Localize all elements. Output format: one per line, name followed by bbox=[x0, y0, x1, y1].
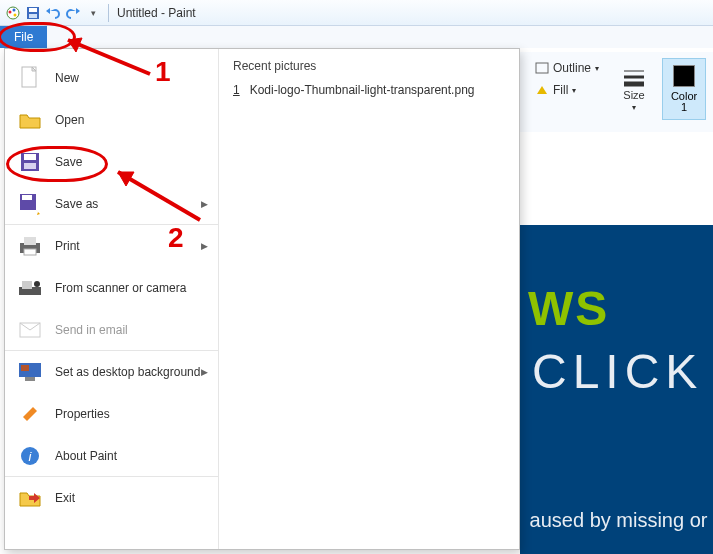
properties-icon bbox=[17, 401, 43, 427]
banner-text-click: CLICK bbox=[532, 344, 713, 399]
svg-rect-25 bbox=[25, 377, 35, 381]
banner-text-missing: aused by missing or c bbox=[530, 509, 713, 532]
submenu-arrow-icon: ▶ bbox=[201, 241, 208, 251]
menu-item-send-email: Send in email bbox=[5, 309, 218, 351]
undo-icon[interactable] bbox=[44, 4, 62, 22]
svg-point-2 bbox=[13, 8, 16, 11]
menu-item-open[interactable]: Open bbox=[5, 99, 218, 141]
svg-rect-16 bbox=[22, 195, 32, 200]
svg-rect-7 bbox=[536, 63, 548, 73]
size-label: Size bbox=[623, 89, 644, 101]
window-title: Untitled - Paint bbox=[115, 6, 196, 20]
menu-item-properties[interactable]: Properties bbox=[5, 393, 218, 435]
svg-point-0 bbox=[7, 7, 19, 19]
redo-icon[interactable] bbox=[64, 4, 82, 22]
quick-access-toolbar: ▾ bbox=[0, 4, 102, 22]
menu-item-scanner[interactable]: From scanner or camera bbox=[5, 267, 218, 309]
recent-panel: Recent pictures 1 Kodi-logo-Thumbnail-li… bbox=[219, 49, 519, 549]
menu-item-about[interactable]: i About Paint bbox=[5, 435, 218, 477]
chevron-down-icon: ▾ bbox=[572, 86, 576, 95]
fill-label: Fill bbox=[553, 83, 568, 97]
save-icon[interactable] bbox=[24, 4, 42, 22]
title-bar: ▾ Untitled - Paint bbox=[0, 0, 713, 26]
info-icon: i bbox=[17, 443, 43, 469]
submenu-arrow-icon: ▶ bbox=[201, 367, 208, 377]
size-button[interactable]: Size ▾ bbox=[612, 58, 656, 120]
size-icon bbox=[622, 67, 646, 87]
outline-label: Outline bbox=[553, 61, 591, 75]
annotation-arrow-1 bbox=[50, 32, 160, 82]
chevron-down-icon: ▾ bbox=[595, 64, 599, 73]
scanner-icon bbox=[17, 275, 43, 301]
ribbon-fragment: Outline ▾ Fill ▾ Size ▾ Color 1 bbox=[520, 52, 713, 132]
svg-rect-5 bbox=[29, 8, 37, 12]
menu-label: Open bbox=[55, 113, 84, 127]
fill-button[interactable]: Fill ▾ bbox=[528, 80, 606, 100]
menu-label: Send in email bbox=[55, 323, 128, 337]
color-swatch bbox=[673, 65, 695, 87]
banner-text-ws: WS bbox=[528, 281, 713, 336]
save-as-icon bbox=[17, 191, 43, 217]
recent-item[interactable]: 1 Kodi-logo-Thumbnail-light-transparent.… bbox=[233, 83, 505, 97]
menu-item-exit[interactable]: Exit bbox=[5, 477, 218, 519]
svg-point-1 bbox=[9, 10, 12, 13]
customize-qat-icon[interactable]: ▾ bbox=[84, 4, 102, 22]
svg-line-29 bbox=[68, 40, 150, 74]
recent-title: Recent pictures bbox=[233, 59, 505, 73]
annotation-circle-save bbox=[6, 146, 108, 182]
menu-label: Set as desktop background bbox=[55, 365, 200, 379]
menu-label: About Paint bbox=[55, 449, 117, 463]
chevron-down-icon: ▾ bbox=[632, 103, 636, 112]
outline-button[interactable]: Outline ▾ bbox=[528, 58, 606, 78]
svg-rect-21 bbox=[22, 281, 32, 289]
banner-graphic: WS CLICK aused by missing or c bbox=[520, 225, 713, 554]
open-icon bbox=[17, 107, 43, 133]
svg-rect-18 bbox=[24, 237, 36, 245]
fill-icon bbox=[535, 84, 549, 96]
recent-item-number: 1 bbox=[233, 83, 240, 97]
print-icon bbox=[17, 233, 43, 259]
recent-item-name: Kodi-logo-Thumbnail-light-transparent.pn… bbox=[250, 83, 475, 97]
file-menu-items: New Open Save Save as ▶ Print ▶ From sca… bbox=[5, 49, 219, 549]
menu-item-desktop-bg[interactable]: Set as desktop background ▶ bbox=[5, 351, 218, 393]
svg-point-22 bbox=[34, 281, 40, 287]
desktop-icon bbox=[17, 359, 43, 385]
outline-icon bbox=[535, 62, 549, 74]
email-icon bbox=[17, 317, 43, 343]
annotation-arrow-2 bbox=[100, 160, 210, 240]
new-icon bbox=[17, 65, 43, 91]
paint-app-icon bbox=[4, 4, 22, 22]
exit-icon bbox=[17, 485, 43, 511]
color1-label: Color 1 bbox=[671, 91, 697, 113]
svg-rect-26 bbox=[21, 365, 29, 371]
svg-rect-6 bbox=[29, 14, 37, 18]
color1-button[interactable]: Color 1 bbox=[662, 58, 706, 120]
menu-label: Print bbox=[55, 239, 80, 253]
svg-point-3 bbox=[14, 13, 17, 16]
menu-label: Exit bbox=[55, 491, 75, 505]
menu-label: Save as bbox=[55, 197, 98, 211]
file-menu: New Open Save Save as ▶ Print ▶ From sca… bbox=[4, 48, 520, 550]
title-divider bbox=[108, 4, 109, 22]
menu-label: From scanner or camera bbox=[55, 281, 186, 295]
menu-label: Properties bbox=[55, 407, 110, 421]
svg-rect-19 bbox=[24, 249, 36, 255]
